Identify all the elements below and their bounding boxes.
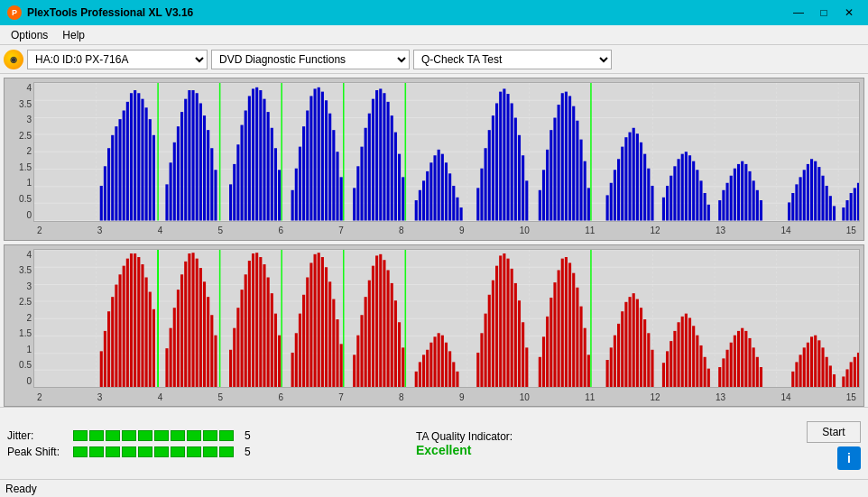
titlebar: P PlexTools Professional XL V3.16 — □ ✕ xyxy=(0,0,868,25)
svg-rect-337 xyxy=(610,347,613,387)
svg-rect-373 xyxy=(760,367,762,387)
menu-help[interactable]: Help xyxy=(55,27,92,43)
svg-rect-54 xyxy=(207,130,209,220)
svg-rect-331 xyxy=(572,272,575,387)
svg-rect-56 xyxy=(214,170,217,220)
svg-rect-98 xyxy=(402,177,404,220)
svg-rect-43 xyxy=(165,184,168,220)
peakshift-bar-1 xyxy=(73,446,88,457)
svg-rect-250 xyxy=(203,281,206,387)
svg-rect-249 xyxy=(199,268,202,387)
svg-rect-353 xyxy=(678,322,680,387)
maximize-button[interactable]: □ xyxy=(812,4,836,22)
bottom-panel: Jitter: 5 Peak Shift: xyxy=(0,407,868,479)
svg-rect-73 xyxy=(299,147,301,221)
svg-rect-342 xyxy=(628,297,631,387)
svg-rect-33 xyxy=(118,119,121,220)
svg-rect-295 xyxy=(402,347,404,387)
svg-rect-339 xyxy=(617,323,620,387)
svg-rect-49 xyxy=(188,90,190,220)
top-chart-svg xyxy=(34,83,859,221)
svg-rect-92 xyxy=(379,88,382,220)
svg-rect-51 xyxy=(196,93,199,220)
svg-rect-272 xyxy=(306,277,309,387)
svg-rect-323 xyxy=(542,336,545,387)
svg-rect-60 xyxy=(241,125,244,221)
svg-rect-106 xyxy=(441,154,444,221)
svg-rect-62 xyxy=(248,96,251,220)
svg-rect-355 xyxy=(685,313,688,387)
svg-rect-69 xyxy=(274,148,277,220)
svg-rect-110 xyxy=(456,198,458,221)
svg-rect-75 xyxy=(306,111,309,221)
svg-rect-304 xyxy=(445,342,448,387)
svg-rect-74 xyxy=(302,126,305,220)
svg-rect-346 xyxy=(643,319,646,387)
svg-rect-148 xyxy=(636,133,639,220)
svg-rect-251 xyxy=(207,297,209,387)
svg-rect-270 xyxy=(299,313,301,387)
jitter-row: Jitter: 5 xyxy=(7,429,398,442)
svg-rect-274 xyxy=(314,253,317,387)
svg-rect-40 xyxy=(145,107,148,220)
svg-rect-46 xyxy=(177,126,180,220)
drive-select[interactable]: HA:0 ID:0 PX-716A xyxy=(27,50,208,69)
svg-rect-89 xyxy=(368,114,371,221)
svg-rect-52 xyxy=(199,103,202,220)
svg-rect-104 xyxy=(433,155,436,220)
svg-rect-195 xyxy=(857,183,859,221)
svg-rect-308 xyxy=(476,352,479,387)
svg-rect-187 xyxy=(821,176,824,221)
svg-rect-138 xyxy=(584,161,586,221)
ta-quality-value: Excellent xyxy=(416,443,471,457)
svg-rect-126 xyxy=(539,190,541,221)
jitter-bar-10 xyxy=(219,430,234,441)
svg-rect-367 xyxy=(737,330,740,387)
svg-rect-58 xyxy=(233,164,235,221)
svg-rect-287 xyxy=(372,265,374,387)
svg-rect-244 xyxy=(180,274,183,387)
minimize-button[interactable]: — xyxy=(787,4,810,22)
svg-rect-375 xyxy=(795,362,798,387)
statusbar: Ready xyxy=(0,479,868,497)
svg-rect-282 xyxy=(353,354,356,387)
svg-rect-63 xyxy=(252,88,254,220)
function-select[interactable]: DVD Diagnostic Functions xyxy=(211,50,410,69)
menu-options[interactable]: Options xyxy=(4,27,55,43)
svg-rect-231 xyxy=(126,258,129,387)
svg-rect-335 xyxy=(587,354,590,387)
svg-rect-310 xyxy=(485,313,487,387)
svg-rect-113 xyxy=(480,169,483,221)
svg-rect-279 xyxy=(332,299,335,387)
svg-rect-252 xyxy=(210,315,213,387)
start-button[interactable]: Start xyxy=(807,421,861,443)
svg-rect-159 xyxy=(685,152,688,220)
svg-rect-41 xyxy=(149,119,152,220)
close-button[interactable]: ✕ xyxy=(837,4,861,22)
svg-rect-119 xyxy=(503,88,505,220)
svg-rect-237 xyxy=(149,291,152,387)
svg-rect-338 xyxy=(614,335,616,387)
svg-rect-79 xyxy=(321,92,324,221)
svg-rect-78 xyxy=(318,87,320,221)
svg-rect-133 xyxy=(565,92,568,221)
svg-rect-184 xyxy=(810,159,813,220)
svg-rect-307 xyxy=(456,371,458,387)
metrics-area: Jitter: 5 Peak Shift: xyxy=(7,429,398,458)
svg-rect-245 xyxy=(184,261,187,387)
svg-rect-241 xyxy=(170,327,172,387)
info-button[interactable]: i xyxy=(837,446,861,470)
svg-rect-91 xyxy=(375,90,378,220)
svg-rect-162 xyxy=(696,170,698,220)
test-select[interactable]: Q-Check TA Test xyxy=(413,50,612,69)
svg-rect-233 xyxy=(134,253,136,387)
svg-rect-317 xyxy=(511,268,513,387)
svg-rect-325 xyxy=(549,297,552,387)
svg-rect-153 xyxy=(662,198,665,221)
svg-rect-146 xyxy=(628,133,631,221)
jitter-bar-9 xyxy=(203,430,217,441)
svg-rect-182 xyxy=(803,170,806,220)
peakshift-label: Peak Shift: xyxy=(7,446,66,458)
svg-rect-267 xyxy=(278,335,281,387)
svg-rect-112 xyxy=(476,188,479,220)
